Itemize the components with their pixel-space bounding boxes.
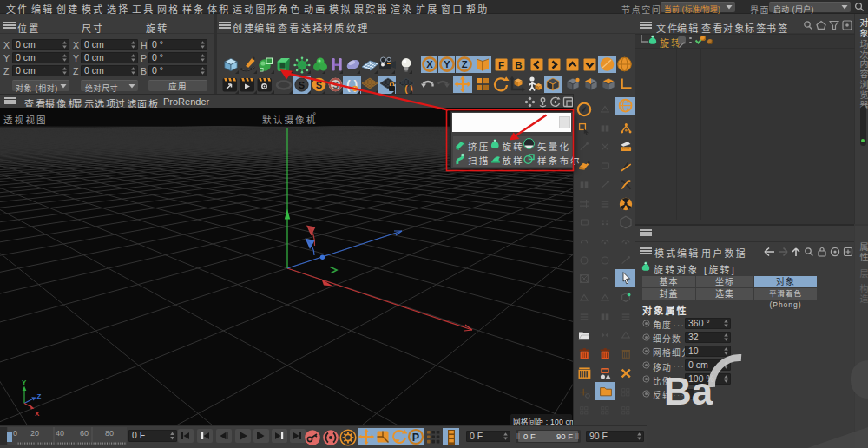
svg-text:X: X [426, 59, 433, 69]
svg-text:Y: Y [444, 59, 450, 69]
svg-text:Z: Z [461, 59, 467, 69]
svg-text:Z: Z [37, 392, 42, 400]
svg-text:Y: Y [22, 379, 27, 386]
svg-text:S: S [316, 80, 322, 90]
svg-text:X: X [35, 410, 40, 418]
svg-text:P: P [411, 432, 418, 444]
svg-text:S: S [299, 80, 305, 90]
svg-text:B: B [515, 60, 522, 70]
svg-text:F: F [497, 60, 503, 70]
